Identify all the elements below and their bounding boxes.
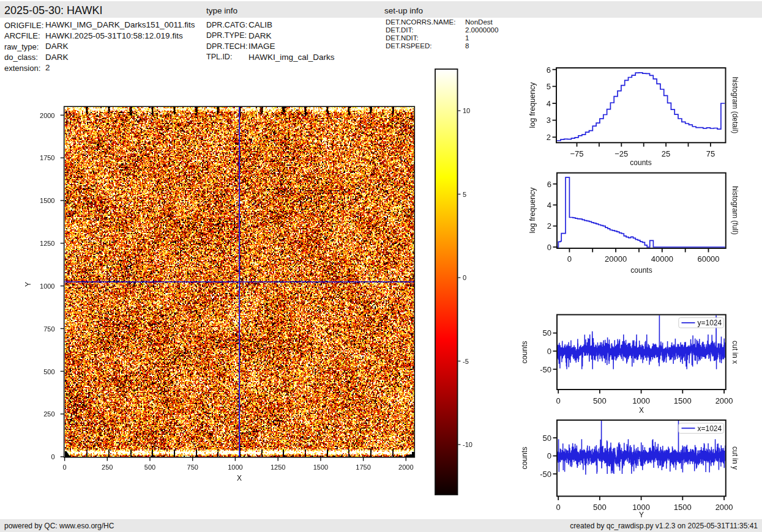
svg-text:counts: counts (520, 447, 529, 470)
svg-text:0: 0 (51, 453, 54, 460)
svg-text:500: 500 (593, 503, 607, 512)
svg-text:2000: 2000 (715, 396, 733, 405)
svg-text:-10: -10 (463, 441, 473, 448)
svg-text:-50: -50 (540, 365, 551, 374)
svg-text:2000: 2000 (715, 503, 733, 512)
svg-text:1250: 1250 (271, 464, 285, 471)
svg-text:−25: −25 (614, 149, 628, 158)
svg-text:5: 5 (547, 82, 551, 91)
svg-text:4: 4 (547, 201, 551, 210)
svg-text:log frequency: log frequency (528, 82, 537, 128)
svg-text:1000: 1000 (40, 283, 54, 290)
svg-text:X: X (237, 474, 242, 482)
svg-text:0: 0 (556, 503, 561, 512)
svg-text:2: 2 (547, 221, 551, 231)
svg-text:60000: 60000 (697, 254, 719, 264)
svg-text:1500: 1500 (40, 197, 54, 204)
svg-text:0: 0 (556, 396, 561, 405)
svg-text:0: 0 (567, 254, 572, 264)
svg-text:0: 0 (63, 464, 67, 471)
svg-text:1500: 1500 (674, 503, 692, 512)
svg-text:0: 0 (547, 243, 551, 252)
svg-text:250: 250 (43, 410, 54, 418)
svg-text:4: 4 (547, 99, 551, 108)
svg-text:cut in x: cut in x (731, 341, 739, 364)
svg-text:10: 10 (463, 107, 470, 114)
svg-text:Y: Y (24, 282, 32, 287)
svg-text:3: 3 (547, 116, 551, 125)
svg-text:0: 0 (463, 274, 466, 281)
svg-text:25: 25 (662, 149, 670, 158)
svg-text:5: 5 (463, 191, 466, 198)
svg-text:2: 2 (547, 133, 551, 142)
svg-text:40000: 40000 (651, 254, 673, 264)
svg-text:1750: 1750 (356, 464, 370, 471)
svg-text:log frequency: log frequency (528, 187, 537, 234)
svg-text:75: 75 (706, 149, 715, 158)
svg-text:1000: 1000 (632, 396, 650, 405)
svg-text:-5: -5 (463, 358, 469, 365)
svg-text:1500: 1500 (674, 396, 692, 405)
svg-text:histogram (full): histogram (full) (731, 186, 739, 234)
svg-text:50: 50 (543, 328, 551, 338)
svg-text:50: 50 (543, 434, 551, 443)
svg-text:Y: Y (639, 511, 644, 519)
svg-text:250: 250 (102, 464, 113, 471)
svg-text:1500: 1500 (313, 464, 328, 471)
svg-text:500: 500 (144, 464, 155, 471)
svg-text:1000: 1000 (228, 464, 242, 471)
svg-text:histogram (detail): histogram (detail) (731, 77, 739, 134)
svg-text:counts: counts (630, 266, 652, 275)
svg-text:−75: −75 (570, 149, 583, 158)
svg-text:2000: 2000 (40, 112, 54, 119)
svg-text:1000: 1000 (632, 503, 650, 512)
svg-text:6: 6 (547, 65, 551, 75)
svg-text:y=1024: y=1024 (698, 319, 722, 327)
svg-text:1250: 1250 (40, 240, 54, 247)
svg-text:x=1024: x=1024 (698, 424, 722, 433)
svg-text:750: 750 (187, 464, 198, 471)
svg-text:counts: counts (630, 158, 651, 167)
svg-text:500: 500 (593, 396, 607, 405)
svg-text:6: 6 (547, 180, 551, 189)
svg-text:-50: -50 (540, 470, 551, 479)
svg-text:750: 750 (43, 325, 54, 333)
svg-text:counts: counts (520, 341, 529, 364)
svg-text:2000: 2000 (398, 464, 413, 471)
svg-text:0: 0 (547, 451, 551, 460)
svg-text:X: X (639, 406, 644, 415)
svg-text:cut in y: cut in y (731, 446, 739, 470)
svg-text:1750: 1750 (40, 154, 54, 161)
svg-text:0: 0 (547, 347, 551, 356)
svg-text:20000: 20000 (605, 254, 627, 264)
svg-text:500: 500 (43, 368, 54, 375)
